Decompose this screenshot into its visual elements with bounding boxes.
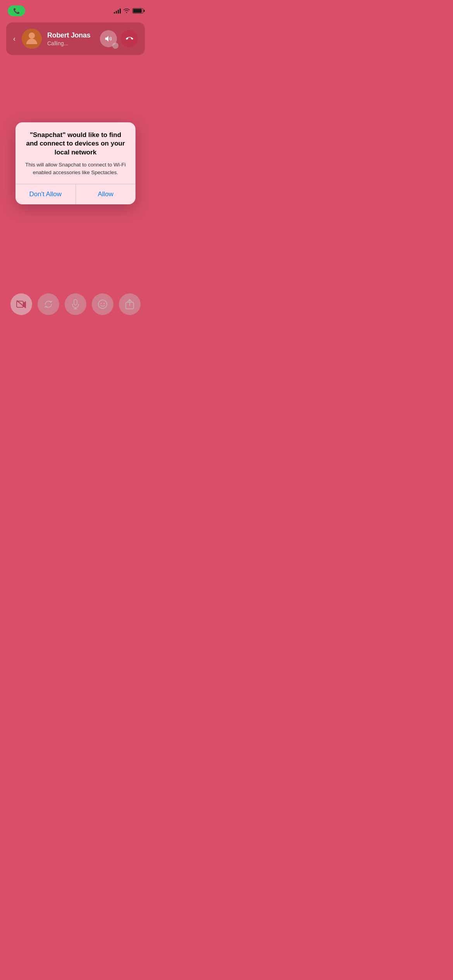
permission-dialog: "Snapchat" would like to find and connec…	[15, 122, 136, 205]
svg-point-10	[104, 303, 105, 304]
camera-off-button[interactable]	[10, 293, 32, 315]
svg-rect-5	[74, 300, 77, 305]
dialog-overlay: "Snapchat" would like to find and connec…	[0, 0, 151, 327]
dialog-message: This will allow Snapchat to connect to W…	[23, 161, 128, 176]
share-button[interactable]	[119, 293, 141, 315]
dont-allow-button[interactable]: Don't Allow	[15, 184, 76, 204]
allow-button[interactable]: Allow	[76, 184, 136, 204]
dialog-title: "Snapchat" would like to find and connec…	[23, 131, 128, 158]
microphone-button[interactable]	[65, 293, 86, 315]
svg-rect-2	[17, 301, 23, 307]
svg-point-9	[101, 303, 102, 304]
dialog-buttons: Don't Allow Allow	[15, 184, 136, 204]
flip-camera-button[interactable]	[38, 293, 59, 315]
emoji-button[interactable]	[92, 293, 113, 315]
dialog-content: "Snapchat" would like to find and connec…	[15, 122, 136, 184]
svg-point-8	[98, 300, 107, 308]
bottom-control-bar	[0, 287, 151, 327]
